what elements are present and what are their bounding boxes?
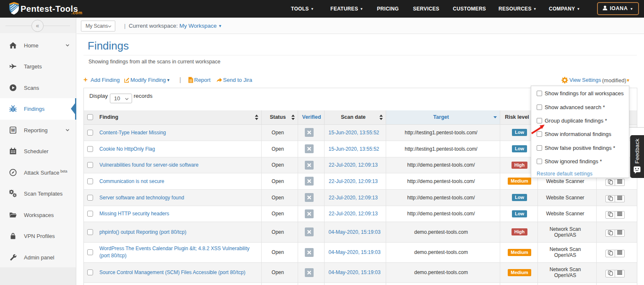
svg-text:W: W xyxy=(11,128,15,133)
